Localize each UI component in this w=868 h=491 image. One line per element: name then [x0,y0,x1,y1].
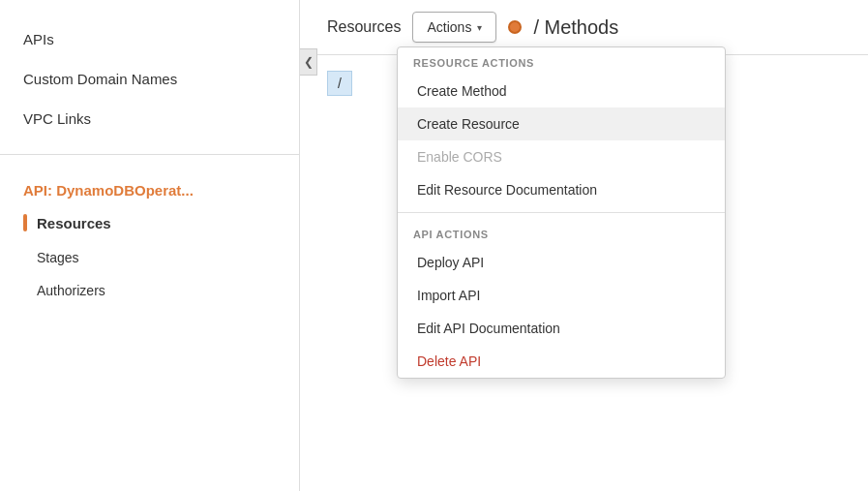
import-api-item[interactable]: Import API [398,279,725,312]
enable-cors-item: Enable CORS [398,140,725,173]
api-prefix-label: API: [23,182,52,199]
resource-actions-section-label: RESOURCE ACTIONS [398,47,725,75]
collapse-sidebar-button[interactable]: ❮ [300,48,317,76]
delete-api-item[interactable]: Delete API [398,345,725,378]
deploy-api-item[interactable]: Deploy API [398,246,725,279]
create-method-item[interactable]: Create Method [398,75,725,107]
sidebar-item-authorizers[interactable]: Authorizers [0,274,299,307]
sidebar-item-stages[interactable]: Stages [0,241,299,274]
header-path-label: / Methods [533,16,618,39]
actions-button[interactable]: Actions ▾ [412,12,496,43]
dropdown-arrow-icon: ▾ [477,22,482,33]
sidebar-divider [0,154,299,155]
api-name-label[interactable]: DynamoDBOperat... [56,182,194,199]
status-dot [508,20,522,34]
sidebar-api-label: API: DynamoDBOperat... [0,170,299,204]
actions-button-label: Actions [427,19,471,35]
edit-resource-doc-item[interactable]: Edit Resource Documentation [398,173,725,206]
sidebar-item-apis[interactable]: APIs [0,19,299,59]
sidebar-item-resources[interactable]: Resources [0,204,299,241]
api-actions-section-label: API ACTIONS [398,219,725,246]
sidebar-item-custom-domain-names[interactable]: Custom Domain Names [0,59,299,99]
resources-header-label: Resources [327,18,401,36]
resource-path-root[interactable]: / [327,71,352,96]
edit-api-doc-item[interactable]: Edit API Documentation [398,312,725,345]
resources-label: Resources [37,215,111,231]
sidebar: APIs Custom Domain Names VPC Links API: … [0,0,300,491]
create-resource-item[interactable]: Create Resource [398,107,725,140]
resources-accent-bar [23,214,27,231]
dropdown-divider [398,212,725,213]
sidebar-item-vpc-links[interactable]: VPC Links [0,99,299,138]
actions-dropdown-menu: RESOURCE ACTIONS Create Method Create Re… [397,46,726,379]
main-content: ❮ Resources Actions ▾ / Methods / RESOUR… [300,0,868,491]
